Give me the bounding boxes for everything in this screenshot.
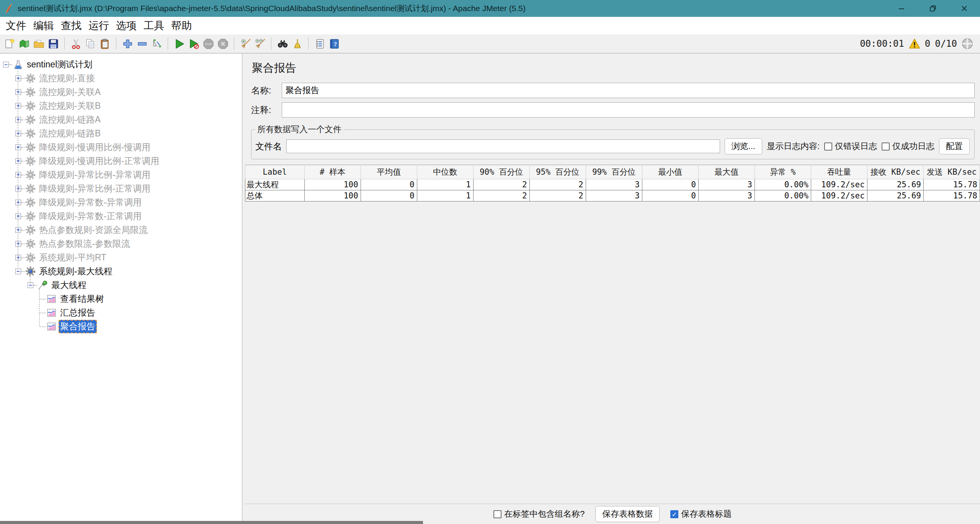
table-row[interactable]: 最大线程10001223030.00%109.2/sec25.6915.78 <box>245 179 980 190</box>
tree-item-label: 汇总报告 <box>59 306 97 319</box>
toolbar-function-helper-button[interactable] <box>312 36 327 51</box>
tree-item-18[interactable]: 汇总报告 <box>0 306 242 319</box>
value-cell: 109.2/sec <box>811 190 867 201</box>
successes-only-option[interactable]: 仅成功日志 <box>882 141 934 152</box>
tree-connector <box>21 202 24 203</box>
tree-item-16[interactable]: −最大线程 <box>0 278 242 292</box>
elapsed-timer: 00:00:01 <box>860 38 904 49</box>
tree-toggle-collapse[interactable]: − <box>3 62 9 67</box>
toolbar-paste-button[interactable] <box>98 36 112 51</box>
close-button[interactable] <box>949 0 980 17</box>
gear-icon <box>25 197 36 208</box>
toolbar-collapse-button[interactable] <box>135 36 149 51</box>
toolbar-open-button[interactable] <box>31 36 46 51</box>
successes-only-checkbox[interactable] <box>882 142 890 151</box>
tree-item-15[interactable]: −系统规则-最大线程 <box>0 264 242 278</box>
tree-item-19[interactable]: 聚合报告 <box>0 319 242 333</box>
gear-icon <box>25 239 36 249</box>
value-cell: 0.00% <box>755 179 811 190</box>
errors-only-option[interactable]: 仅错误日志 <box>824 141 877 152</box>
save-table-header-checkbox[interactable] <box>670 510 678 518</box>
configure-button[interactable]: 配置 <box>939 138 970 154</box>
save-table-header-option[interactable]: 保存表格标题 <box>670 508 732 520</box>
tree-item-9[interactable]: +降级规则-异常比例-正常调用 <box>0 182 242 195</box>
restore-icon <box>929 5 937 12</box>
tree-item-17[interactable]: 查看结果树 <box>0 292 242 306</box>
filename-label: 文件名 <box>255 141 282 152</box>
toolbar-start-no-timers-button[interactable] <box>186 36 201 51</box>
save-icon <box>48 38 59 49</box>
toolbar-separator <box>308 38 309 50</box>
toolbar-stop-button[interactable]: STOP <box>201 36 216 51</box>
new-file-icon <box>4 38 15 49</box>
tree-item-14[interactable]: +系统规则-平均RT <box>0 251 242 264</box>
column-header: 异常 % <box>755 165 811 179</box>
tree-item-10[interactable]: +降级规则-异常数-异常调用 <box>0 195 242 209</box>
comments-input[interactable] <box>282 102 975 118</box>
toolbar-save-button[interactable] <box>46 36 60 51</box>
toolbar-start-button[interactable] <box>172 36 186 51</box>
tree-connector <box>21 92 24 93</box>
tree-item-3[interactable]: +流控规则-关联B <box>0 99 242 113</box>
toolbar-toggle-button[interactable] <box>149 36 164 51</box>
tree-item-label: 降级规则-异常比例-正常调用 <box>38 182 152 195</box>
tree-item-label: 降级规则-慢调用比例-慢调用 <box>38 141 152 154</box>
name-input[interactable] <box>282 83 975 98</box>
tree-item-6[interactable]: +降级规则-慢调用比例-慢调用 <box>0 140 242 154</box>
menu-item-4[interactable]: 选项 <box>113 18 140 33</box>
menu-item-5[interactable]: 工具 <box>140 18 168 33</box>
toolbar-clear-button[interactable] <box>238 36 253 51</box>
errors-only-checkbox[interactable] <box>824 142 832 151</box>
table-row[interactable]: 总体10001223030.00%109.2/sec25.6915.78 <box>245 190 980 201</box>
tree-connector <box>21 174 24 175</box>
tree-connector <box>21 119 24 120</box>
tree-item-13[interactable]: +热点参数限流-参数限流 <box>0 237 242 251</box>
browse-button[interactable]: 浏览... <box>725 138 762 154</box>
toolbar-cut-button[interactable] <box>69 36 83 51</box>
menu-item-1[interactable]: 编辑 <box>30 18 57 33</box>
menu-item-6[interactable]: 帮助 <box>168 18 195 33</box>
toolbar-shutdown-button[interactable] <box>216 36 230 51</box>
toolbar-search-button[interactable] <box>275 36 290 51</box>
results-table-wrap: Label# 样本平均值中位数90% 百分位95% 百分位99% 百分位最小值最… <box>245 165 980 201</box>
filename-input[interactable] <box>286 139 720 153</box>
warning-icon[interactable] <box>909 38 920 49</box>
include-group-name-option[interactable]: 在标签中包含组名称? <box>493 508 585 520</box>
search-reset-icon <box>292 38 303 49</box>
toolbar-help-button[interactable]: ? <box>327 36 341 51</box>
tree-item-1[interactable]: +流控规则-直接 <box>0 71 242 85</box>
toolbar-copy-button[interactable] <box>83 36 98 51</box>
minimize-icon <box>898 5 905 12</box>
value-cell: 2 <box>473 179 529 190</box>
tree-item-11[interactable]: +降级规则-异常数-正常调用 <box>0 209 242 223</box>
value-cell: 1 <box>417 190 473 201</box>
toolbar-clear-all-button[interactable] <box>253 36 267 51</box>
tree-item-7[interactable]: +降级规则-慢调用比例-正常调用 <box>0 154 242 168</box>
tree-item-label: 流控规则-链路A <box>38 113 102 126</box>
restore-button[interactable] <box>917 0 949 17</box>
function-helper-icon <box>314 38 325 49</box>
tree-item-0[interactable]: −sentinel测试计划 <box>0 57 242 71</box>
value-cell: 100 <box>304 190 361 201</box>
save-table-data-button[interactable]: 保存表格数据 <box>595 506 660 522</box>
toolbar-new-file-button[interactable] <box>2 36 17 51</box>
tree-item-12[interactable]: +热点参数规则-资源全局限流 <box>0 223 242 237</box>
clear-icon <box>240 38 251 49</box>
menu-item-0[interactable]: 文件 <box>2 18 30 33</box>
shutdown-icon <box>217 38 229 49</box>
chart-icon <box>46 321 57 332</box>
minimize-button[interactable] <box>886 0 917 17</box>
column-header: 99% 百分位 <box>586 165 642 179</box>
tree-item-8[interactable]: +降级规则-异常比例-异常调用 <box>0 168 242 182</box>
toolbar-search-reset-button[interactable] <box>290 36 304 51</box>
tree-item-5[interactable]: +流控规则-链路B <box>0 126 242 140</box>
tree-item-4[interactable]: +流控规则-链路A <box>0 113 242 126</box>
toolbar-open-template-button[interactable] <box>17 36 31 51</box>
close-icon <box>960 5 968 12</box>
toolbar-expand-button[interactable] <box>120 36 135 51</box>
menu-item-3[interactable]: 运行 <box>85 18 113 33</box>
menu-item-2[interactable]: 查找 <box>57 18 85 33</box>
include-group-name-checkbox[interactable] <box>493 510 501 518</box>
value-cell: 1 <box>417 179 473 190</box>
tree-item-2[interactable]: +流控规则-关联A <box>0 85 242 99</box>
